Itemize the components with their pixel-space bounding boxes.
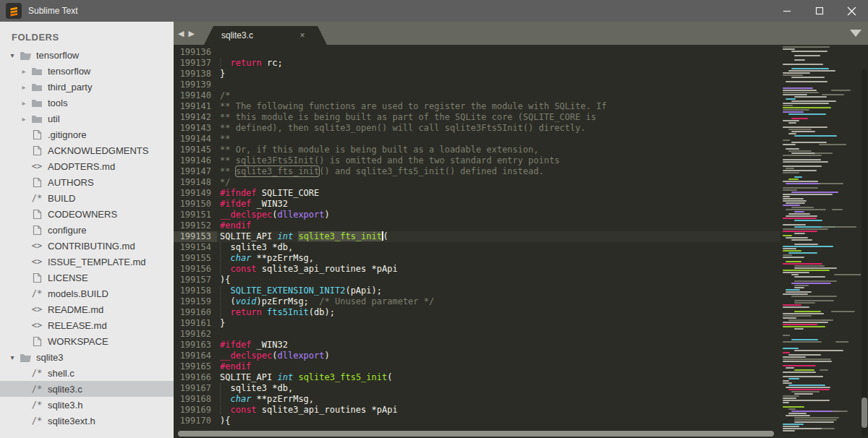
code-line-199148[interactable]: 199148*/: [174, 177, 780, 188]
sidebar-item-sqlite3-h[interactable]: /*sqlite3.h: [0, 397, 174, 413]
code-line-199163[interactable]: 199163#ifdef _WIN32: [174, 340, 780, 351]
code-line-199136[interactable]: 199136: [174, 47, 780, 58]
collapse-arrow-icon[interactable]: ▸: [19, 115, 29, 123]
code-line-199151[interactable]: 199151__declspec(dllexport): [174, 210, 780, 220]
code-line-199155[interactable]: 199155 char **pzErrMsg,: [174, 253, 780, 264]
sidebar-item-label: ADOPTERS.md: [48, 161, 115, 172]
sidebar-item-tensorflow[interactable]: ▾tensorflow: [0, 47, 174, 63]
code-line-199162[interactable]: 199162: [174, 329, 780, 340]
code-line-199169[interactable]: 199169 const sqlite3_api_routines *pApi: [174, 405, 780, 416]
sidebar-item-models-build[interactable]: /*models.BUILD: [0, 285, 174, 301]
sidebar-item-shell-c[interactable]: /*shell.c: [0, 365, 174, 381]
code-line-199160[interactable]: 199160 return fts5Init(db);: [174, 307, 780, 318]
line-source: ** sqlite3_fts_init() and sqlite3_fts5_i…: [217, 166, 544, 177]
minimize-button[interactable]: [770, 0, 803, 22]
maximize-button[interactable]: [803, 0, 835, 22]
expand-arrow-icon[interactable]: ▾: [7, 51, 17, 59]
tab-prev-icon[interactable]: ◀: [178, 28, 184, 38]
sidebar-item-acknowledgments[interactable]: ACKNOWLEDGMENTS: [0, 142, 174, 158]
sidebar-item-util[interactable]: ▸util: [0, 111, 174, 126]
sidebar-item-label: WORKSPACE: [48, 336, 109, 347]
code-line-199143[interactable]: 199143** defined), then sqlite3_open() w…: [174, 123, 780, 134]
tab-next-icon[interactable]: ▶: [188, 28, 194, 38]
sidebar-item-sqlite3-c[interactable]: /*sqlite3.c: [0, 381, 174, 397]
code-line-199158[interactable]: 199158 SQLITE_EXTENSION_INIT2(pApi);: [174, 285, 780, 296]
code-line-199146[interactable]: 199146** sqlite3Fts5Init() is omitted an…: [174, 155, 780, 166]
code-area[interactable]: 199136199137 return rc;199138}1991391991…: [174, 45, 868, 438]
code-line-199147[interactable]: 199147** sqlite3_fts_init() and sqlite3_…: [174, 166, 780, 177]
code-line-199168[interactable]: 199168 char **pzErrMsg,: [174, 394, 780, 405]
tab-close-icon[interactable]: ×: [297, 30, 308, 41]
sidebar-item-sqlite3ext-h[interactable]: /*sqlite3ext.h: [0, 413, 174, 429]
sidebar-item-readme-md[interactable]: <>README.md: [0, 301, 174, 317]
sidebar-item-tensorflow[interactable]: ▸tensorflow: [0, 63, 174, 79]
code-line-199170[interactable]: 199170){: [174, 416, 780, 426]
code-line-199145[interactable]: 199145** Or, if this module is being bui…: [174, 145, 780, 155]
sidebar-item-label: BUILD: [48, 193, 75, 204]
horizontal-scrollbar-thumb[interactable]: [178, 431, 774, 437]
code-line-199141[interactable]: 199141** The following functions are use…: [174, 101, 780, 112]
line-number: 199160: [174, 307, 217, 318]
line-number: 199141: [174, 101, 217, 112]
folder-icon: [29, 66, 45, 76]
sidebar-item-sqlite3[interactable]: ▾sqlite3: [0, 349, 174, 365]
code-line-199164[interactable]: 199164__declspec(dllexport): [174, 351, 780, 361]
file-icon: [29, 336, 45, 347]
vertical-scrollbar[interactable]: [861, 69, 867, 437]
code-line-199142[interactable]: 199142** this module is being built as p…: [174, 112, 780, 123]
code-line-199165[interactable]: 199165#endif: [174, 361, 780, 372]
sidebar-item-workspace[interactable]: WORKSPACE: [0, 333, 174, 349]
sidebar-item-codeowners[interactable]: CODEOWNERS: [0, 206, 174, 222]
code-line-199152[interactable]: 199152#endif: [174, 220, 780, 231]
code-line-199138[interactable]: 199138}: [174, 69, 780, 80]
collapse-arrow-icon[interactable]: ▸: [19, 83, 29, 91]
markdown-icon: <>: [29, 304, 45, 314]
sidebar-item-configure[interactable]: configure: [0, 222, 174, 238]
sidebar-item--gitignore[interactable]: .gitignore: [0, 126, 174, 142]
code-line-199157[interactable]: 199157){: [174, 275, 780, 285]
sidebar-item-label: sqlite3.h: [48, 400, 82, 411]
code-line-199149[interactable]: 199149#ifndef SQLITE_CORE: [174, 188, 780, 199]
sidebar-item-authors[interactable]: AUTHORS: [0, 174, 174, 190]
sidebar-item-release-md[interactable]: <>RELEASE.md: [0, 317, 174, 333]
sidebar-item-adopters-md[interactable]: <>ADOPTERS.md: [0, 158, 174, 174]
code-line-199150[interactable]: 199150#ifdef _WIN32: [174, 199, 780, 210]
minimap[interactable]: [781, 46, 861, 437]
sidebar-item-contributing-md[interactable]: <>CONTRIBUTING.md: [0, 238, 174, 254]
line-source: **: [217, 134, 230, 145]
folder-icon: [29, 98, 45, 108]
code-line-199140[interactable]: 199140/*: [174, 90, 780, 101]
tab-overflow-icon[interactable]: [850, 30, 861, 37]
code-line-199154[interactable]: 199154 sqlite3 *db,: [174, 242, 780, 253]
line-source: #endif: [217, 220, 251, 231]
collapse-arrow-icon[interactable]: ▸: [19, 67, 29, 75]
close-button[interactable]: [835, 0, 868, 22]
code-line-199159[interactable]: 199159 (void)pzErrMsg; /* Unused paramet…: [174, 296, 780, 307]
vertical-scrollbar-thumb[interactable]: [861, 398, 867, 428]
code-line-199139[interactable]: 199139: [174, 80, 780, 90]
code-line-199153[interactable]: 199153SQLITE_API int sqlite3_fts_init(: [174, 231, 780, 242]
sidebar-item-label: README.md: [48, 304, 103, 315]
horizontal-scrollbar[interactable]: [178, 431, 774, 437]
code-line-199161[interactable]: 199161}: [174, 318, 780, 329]
code-line-199137[interactable]: 199137 return rc;: [174, 58, 780, 69]
line-source: ){: [217, 416, 230, 426]
sidebar-item-tools[interactable]: ▸tools: [0, 95, 174, 111]
sidebar-item-license[interactable]: LICENSE: [0, 270, 174, 285]
sidebar-item-issue-template-md[interactable]: <>ISSUE_TEMPLATE.md: [0, 254, 174, 270]
sidebar-item-third-party[interactable]: ▸third_party: [0, 79, 174, 95]
code-line-199167[interactable]: 199167 sqlite3 *db,: [174, 383, 780, 394]
collapse-arrow-icon[interactable]: ▸: [19, 99, 29, 107]
sidebar: FOLDERS ▾tensorflow▸tensorflow▸third_par…: [0, 22, 174, 438]
sidebar-item-build[interactable]: /*BUILD: [0, 190, 174, 206]
markdown-icon: <>: [29, 241, 45, 251]
expand-arrow-icon[interactable]: ▾: [7, 353, 17, 361]
markdown-icon: <>: [29, 257, 45, 267]
code-line-199166[interactable]: 199166SQLITE_API int sqlite3_fts5_init(: [174, 372, 780, 383]
code-line-199144[interactable]: 199144**: [174, 134, 780, 145]
line-source: [217, 47, 220, 58]
code-line-199156[interactable]: 199156 const sqlite3_api_routines *pApi: [174, 264, 780, 275]
tab-sqlite3c[interactable]: sqlite3.c ×: [204, 26, 327, 45]
sidebar-item-label: .gitignore: [48, 129, 86, 140]
folder-icon: [29, 82, 45, 92]
